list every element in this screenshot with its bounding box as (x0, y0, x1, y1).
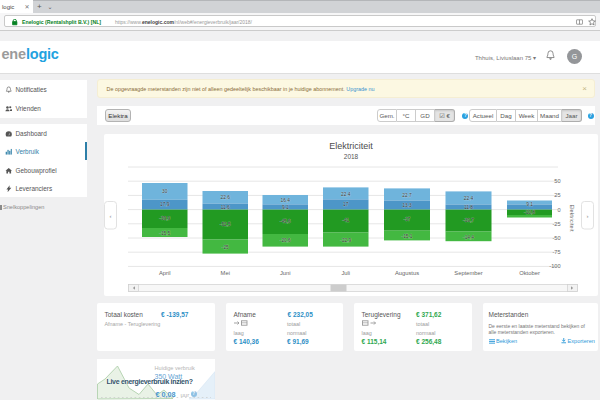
svg-text:-41: -41 (342, 218, 349, 223)
svg-text:9,1: 9,1 (281, 205, 288, 210)
svg-text:Juli: Juli (341, 270, 350, 276)
svg-text:22,4: 22,4 (341, 192, 351, 197)
svg-text:11,8: 11,8 (464, 205, 473, 210)
svg-text:September: September (454, 270, 482, 276)
svg-text:25: 25 (554, 192, 560, 198)
svg-text:April: April (158, 270, 170, 276)
svg-text:22,4: 22,4 (463, 196, 473, 201)
svg-text:22,7: 22,7 (402, 193, 412, 198)
svg-text:-37: -37 (403, 217, 410, 222)
svg-text:Elektriciteit: Elektriciteit (329, 141, 373, 151)
svg-text:Elektriciteit: Elektriciteit (569, 204, 575, 231)
svg-text:-45,6: -45,6 (279, 219, 290, 224)
svg-text:Oktober: Oktober (519, 270, 540, 276)
svg-text:-39,7: -39,7 (463, 218, 474, 223)
svg-text:-25: -25 (552, 221, 560, 227)
svg-text:17,9: 17,9 (160, 202, 170, 207)
svg-text:-39,9: -39,9 (159, 216, 170, 221)
svg-text:0: 0 (557, 207, 560, 213)
svg-text:›: › (586, 213, 588, 219)
svg-text:22,6: 22,6 (220, 195, 230, 200)
svg-text:30: 30 (162, 189, 168, 194)
svg-text:50: 50 (554, 178, 560, 184)
svg-text:Augustus: Augustus (394, 270, 418, 276)
svg-text:-50: -50 (552, 235, 560, 241)
svg-text:-25: -25 (221, 245, 228, 250)
svg-text:17: 17 (343, 202, 349, 207)
svg-text:Mei: Mei (220, 270, 229, 276)
svg-text:-75: -75 (552, 249, 560, 255)
svg-text:‹: ‹ (109, 213, 111, 219)
svg-text:-100: -100 (549, 263, 560, 269)
svg-text:Juni: Juni (279, 270, 290, 276)
svg-text:-10,8: -10,8 (524, 210, 535, 215)
svg-text:-22,9: -22,9 (340, 238, 351, 243)
svg-text:-15,5: -15,5 (159, 231, 170, 236)
svg-text:-14,4: -14,4 (463, 235, 474, 240)
svg-text:-52,5: -52,5 (219, 222, 230, 227)
svg-text:-15,1: -15,1 (401, 234, 412, 239)
svg-text:11,6: 11,6 (220, 205, 229, 210)
svg-text:-20,6: -20,6 (279, 238, 290, 243)
svg-text:9,1: 9,1 (526, 202, 533, 207)
svg-text:13,3: 13,3 (402, 203, 412, 208)
svg-text:2018: 2018 (343, 153, 358, 160)
svg-text:16,4: 16,4 (280, 198, 290, 203)
